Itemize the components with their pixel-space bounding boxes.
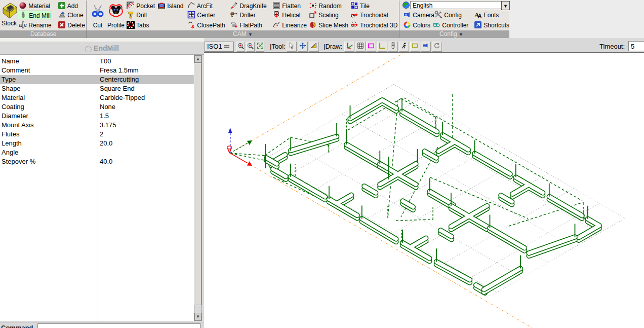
svg-text:a: a: [19, 22, 22, 28]
svg-text:A: A: [478, 13, 481, 19]
svg-text:e: e: [24, 22, 27, 28]
